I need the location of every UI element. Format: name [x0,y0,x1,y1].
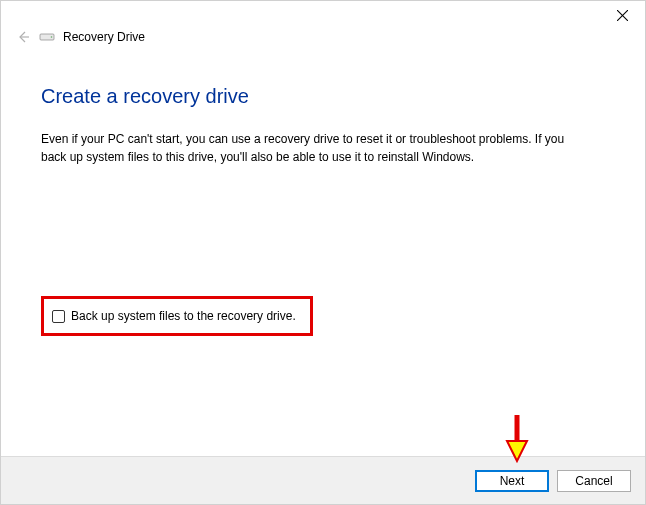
svg-point-4 [51,36,53,38]
page-heading: Create a recovery drive [41,85,605,108]
titlebar [1,1,645,31]
close-icon [617,10,628,21]
footer: Next Cancel [1,456,645,504]
close-button[interactable] [600,1,645,29]
body-text: Even if your PC can't start, you can use… [41,130,581,166]
next-button[interactable]: Next [475,470,549,492]
checkbox-highlight-annotation: Back up system files to the recovery dri… [41,296,313,336]
arrow-left-icon [15,29,31,45]
drive-icon [39,31,55,43]
recovery-drive-wizard: Recovery Drive Create a recovery drive E… [0,0,646,505]
header: Recovery Drive [1,29,645,45]
app-title: Recovery Drive [63,30,145,44]
backup-checkbox[interactable] [52,310,65,323]
cancel-button[interactable]: Cancel [557,470,631,492]
backup-checkbox-label[interactable]: Back up system files to the recovery dri… [71,309,296,323]
content-area: Create a recovery drive Even if your PC … [1,45,645,456]
back-button[interactable] [15,29,31,45]
